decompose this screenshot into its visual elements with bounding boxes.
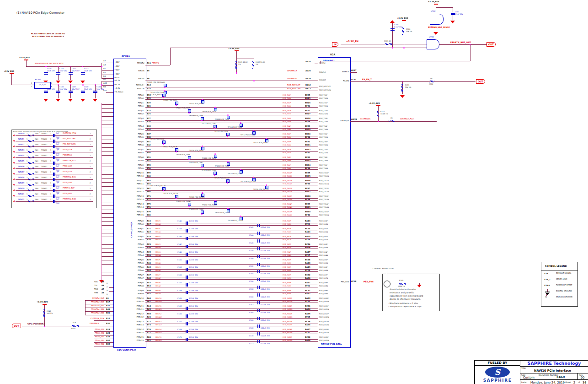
capacitor[interactable] — [257, 293, 258, 297]
capacitor[interactable] — [53, 140, 54, 143]
resistor[interactable] — [385, 43, 392, 45]
resistor[interactable] — [28, 168, 34, 169]
capacitor[interactable] — [53, 195, 54, 198]
resistor[interactable] — [389, 120, 395, 122]
capacitor[interactable] — [44, 72, 48, 73]
resistor[interactable] — [377, 110, 379, 117]
capacitor[interactable] — [186, 260, 187, 264]
net-label: TDO — [94, 288, 98, 291]
capacitor[interactable] — [53, 200, 54, 203]
resistor[interactable] — [28, 157, 34, 158]
capacitor[interactable] — [69, 91, 73, 92]
pin-label: B37 — [147, 133, 151, 135]
capacitor[interactable] — [53, 145, 54, 148]
resistor[interactable] — [28, 140, 34, 142]
capacitor[interactable] — [53, 173, 54, 176]
off-page-port[interactable]: OUT — [12, 324, 21, 328]
capacitor[interactable] — [186, 330, 187, 333]
off-page-port[interactable]: OUT — [476, 79, 485, 84]
capacitor[interactable] — [257, 263, 258, 266]
resistor[interactable] — [402, 27, 404, 35]
capacitor[interactable] — [186, 314, 187, 318]
resistor[interactable] — [28, 195, 34, 197]
capacitor[interactable] — [186, 268, 187, 271]
capacitor[interactable] — [53, 162, 54, 165]
resistor[interactable] — [43, 309, 45, 317]
pin-label: A2 — [103, 60, 106, 62]
resistor[interactable] — [28, 146, 34, 147]
resistor[interactable] — [252, 61, 254, 69]
capacitor[interactable] — [257, 301, 258, 304]
capacitor[interactable] — [257, 255, 258, 258]
resistor[interactable] — [28, 173, 34, 175]
resistor[interactable] — [72, 325, 79, 327]
resistor[interactable] — [28, 200, 34, 202]
resistor[interactable] — [28, 135, 34, 136]
resistor[interactable] — [28, 184, 34, 186]
net-label: NAV12 — [18, 144, 24, 146]
capacitor[interactable] — [186, 291, 187, 294]
and-gate[interactable] — [427, 39, 439, 49]
capacitor[interactable] — [257, 286, 258, 289]
pin-name: PERn2 — [130, 239, 144, 241]
capacitor[interactable] — [186, 307, 187, 310]
capacitor[interactable] — [81, 91, 85, 92]
capacitor[interactable] — [93, 91, 97, 92]
capacitor[interactable] — [257, 309, 258, 312]
resistor[interactable] — [235, 61, 237, 69]
net-label: PERP7 — [155, 274, 160, 276]
capacitor[interactable] — [257, 224, 258, 227]
capacitor[interactable] — [451, 13, 455, 14]
capacitor[interactable] — [53, 167, 54, 170]
off-page-port[interactable]: IN — [332, 42, 338, 47]
buffer-gate[interactable] — [430, 14, 444, 25]
capacitor[interactable] — [186, 222, 187, 225]
capacitor[interactable] — [186, 283, 187, 287]
resistor[interactable] — [28, 189, 34, 191]
gpu-connector[interactable] — [318, 57, 351, 348]
capacitor[interactable] — [53, 189, 54, 192]
capacitor[interactable] — [257, 239, 258, 243]
capacitor[interactable] — [53, 151, 54, 154]
capacitor[interactable] — [44, 91, 48, 92]
capacitor[interactable] — [186, 322, 187, 325]
resistor[interactable] — [401, 84, 403, 92]
capacitor[interactable] — [186, 229, 187, 233]
cap-ref: C109 — [96, 86, 101, 88]
wire — [102, 272, 113, 272]
resistor[interactable] — [429, 81, 435, 82]
capacitor[interactable] — [390, 28, 395, 29]
capacitor[interactable] — [69, 72, 73, 73]
capacitor[interactable] — [257, 247, 258, 250]
capacitor[interactable] — [186, 253, 187, 256]
capacitor[interactable] — [53, 134, 54, 137]
capacitor[interactable] — [257, 340, 258, 343]
capacitor[interactable] — [53, 184, 54, 187]
capacitor[interactable] — [257, 325, 258, 328]
capacitor[interactable] — [257, 270, 258, 273]
capacitor[interactable] — [53, 156, 54, 159]
sense-loop-symbol[interactable] — [384, 281, 390, 287]
resistor[interactable] — [28, 151, 34, 153]
resistor[interactable] — [28, 178, 34, 180]
wire — [145, 271, 318, 272]
capacitor[interactable] — [186, 299, 187, 302]
capacitor[interactable] — [186, 338, 187, 341]
capacitor[interactable] — [257, 232, 258, 235]
resistor[interactable] — [28, 162, 34, 164]
resistor-part: TS0402 — [41, 160, 47, 162]
capacitor[interactable] — [56, 91, 60, 92]
off-page-port[interactable]: OUT — [486, 42, 496, 47]
ferrite-bead[interactable]: ◠◠◠ — [34, 82, 51, 89]
capacitor[interactable] — [53, 178, 54, 181]
sheet-total: 36 — [583, 381, 586, 384]
capacitor[interactable] — [81, 72, 85, 73]
capacitor[interactable] — [186, 237, 187, 240]
capacitor[interactable] — [257, 332, 258, 335]
capacitor[interactable] — [56, 72, 60, 73]
capacitor[interactable] — [186, 245, 187, 248]
capacitor[interactable] — [257, 278, 258, 281]
capacitor[interactable] — [257, 317, 258, 320]
legend-symbol: XXX# — [544, 285, 550, 287]
capacitor[interactable] — [186, 276, 187, 279]
